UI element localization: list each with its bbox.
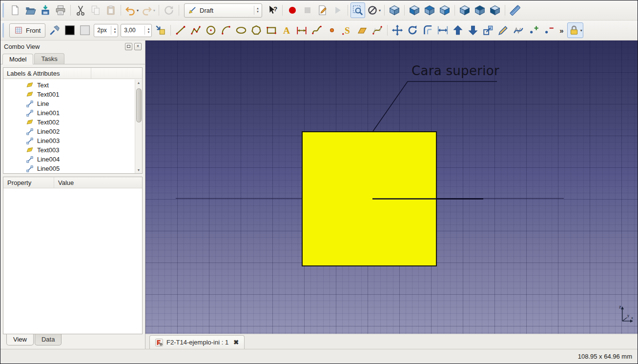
refresh-button[interactable] xyxy=(162,2,176,18)
view-left-button[interactable] xyxy=(488,2,502,18)
face-color-swatch-button[interactable] xyxy=(78,22,92,38)
tree-rows[interactable]: TextText001LineLine001Text002Line002Line… xyxy=(3,79,142,173)
macro-record-button[interactable] xyxy=(285,2,300,18)
clipping-plane-button[interactable]: ▾ xyxy=(366,2,382,18)
macro-edit-button[interactable] xyxy=(315,2,330,18)
axis-y-label: y xyxy=(627,313,629,318)
draft-trimex-button[interactable] xyxy=(435,22,450,38)
box-zoom-button[interactable] xyxy=(350,2,365,18)
view-front-button[interactable] xyxy=(407,2,422,18)
toolbar-handle[interactable] xyxy=(2,3,6,18)
toolbar-separator xyxy=(157,3,161,18)
tree-scrollbar[interactable]: ▲ ▼ xyxy=(135,80,142,173)
draft-upgrade-button[interactable] xyxy=(451,22,465,38)
draft-polyline-button[interactable] xyxy=(188,22,203,38)
draft-delete-point-button[interactable] xyxy=(541,22,556,38)
working-plane-button[interactable]: Front xyxy=(9,23,45,38)
tree-item[interactable]: Line xyxy=(3,99,142,108)
draft-arc-button[interactable] xyxy=(219,22,233,38)
dropdown-caret-icon: ▾ xyxy=(580,28,582,33)
spinner-arrows-icon[interactable]: ▲▼ xyxy=(254,6,259,15)
draft-text-obj-icon xyxy=(26,119,34,126)
draft-offset-button[interactable] xyxy=(420,22,435,38)
view-right-button[interactable] xyxy=(437,2,452,18)
draft-text-button[interactable]: A xyxy=(279,22,294,38)
tree-item[interactable]: Line003 xyxy=(3,136,142,145)
workbench-selector-value: Draft xyxy=(200,7,213,14)
measure-distance-button[interactable] xyxy=(508,2,522,18)
draft-edit-button[interactable] xyxy=(496,22,511,38)
save-document-button[interactable] xyxy=(38,2,53,18)
close-panel-button[interactable]: × xyxy=(134,43,142,50)
line-objects[interactable] xyxy=(145,40,638,334)
draft-polygon-button[interactable] xyxy=(249,22,264,38)
tree-item[interactable]: Line005 xyxy=(3,164,142,173)
float-panel-button[interactable] xyxy=(125,43,132,50)
view-top-button[interactable] xyxy=(422,2,437,18)
draft-point-button[interactable] xyxy=(325,22,339,38)
text-size-input[interactable]: 3,00▲▼ xyxy=(121,24,152,37)
paste-button[interactable] xyxy=(103,2,118,18)
tree-item[interactable]: Text001 xyxy=(3,90,142,99)
tab-model[interactable]: Model xyxy=(2,54,33,64)
copy-button[interactable] xyxy=(88,2,103,18)
document-tab[interactable]: F2-T14-ejemplo-ini : 1 ✖ xyxy=(149,335,245,349)
draft-shapestring-icon: S xyxy=(341,24,353,36)
toolbar-overflow-button[interactable]: » xyxy=(556,26,566,35)
tree-item[interactable]: Text xyxy=(3,81,142,90)
toolbar-handle[interactable] xyxy=(2,23,6,38)
macro-debug-button[interactable] xyxy=(330,2,345,18)
draft-rotate-button[interactable] xyxy=(405,22,420,38)
draft-scale-button[interactable] xyxy=(481,22,495,38)
new-document-button[interactable] xyxy=(8,2,22,18)
workbench-selector[interactable]: Draft▲▼ xyxy=(184,3,262,18)
undo-button[interactable]: ▾ xyxy=(123,2,140,18)
draft-line-button[interactable] xyxy=(173,22,188,38)
spinner-arrows-icon[interactable]: ▲▼ xyxy=(144,26,150,35)
scrollbar-thumb[interactable] xyxy=(136,88,142,122)
cut-button[interactable] xyxy=(73,2,88,18)
whats-this-button[interactable]: ? xyxy=(265,2,280,18)
draft-bezier-button[interactable] xyxy=(370,22,385,38)
view-bottom-button[interactable] xyxy=(473,2,487,18)
draft-dimension-button[interactable] xyxy=(294,22,309,38)
draft-line-obj-icon xyxy=(26,165,34,173)
tree-item[interactable]: Text003 xyxy=(3,145,142,155)
open-document-button[interactable] xyxy=(23,2,38,18)
draft-bezier-icon xyxy=(371,24,383,36)
annotation-text[interactable]: Cara superior xyxy=(412,63,499,78)
3d-viewport[interactable]: Cara superior z y x xyxy=(145,40,638,334)
draft-ellipse-button[interactable] xyxy=(234,22,248,38)
draft-circle-button[interactable] xyxy=(204,22,218,38)
snap-lock-button[interactable]: ▾ xyxy=(567,22,583,38)
draft-facebinder-button[interactable] xyxy=(355,22,370,38)
view-rear-button[interactable] xyxy=(457,2,472,18)
line-width-select[interactable]: 2px▲▼ xyxy=(94,24,118,37)
toggle-construction-mode-button[interactable] xyxy=(47,22,62,38)
draft-add-point-button[interactable] xyxy=(526,22,541,38)
tree-item[interactable]: Line002 xyxy=(3,127,142,136)
draft-shapestring-button[interactable]: S xyxy=(340,22,354,38)
tree-item[interactable]: Line001 xyxy=(3,108,142,118)
spinner-arrows-icon[interactable]: ▲▼ xyxy=(111,26,116,35)
tree-item[interactable]: Text002 xyxy=(3,118,142,127)
tab-data[interactable]: Data xyxy=(35,334,62,345)
draft-wire-to-bspline-button[interactable] xyxy=(511,22,526,38)
redo-button[interactable]: ▾ xyxy=(140,2,156,18)
macro-stop-button[interactable] xyxy=(300,2,315,18)
print-document-button[interactable] xyxy=(53,2,68,18)
draft-rectangle-button[interactable] xyxy=(264,22,279,38)
autogroup-button[interactable] xyxy=(153,22,168,38)
draft-line-obj-icon xyxy=(26,128,34,136)
tab-tasks[interactable]: Tasks xyxy=(34,53,64,64)
tree-item[interactable]: Line004 xyxy=(3,155,142,164)
draft-bspline-button[interactable] xyxy=(309,22,324,38)
draft-downgrade-button[interactable] xyxy=(466,22,480,38)
draft-move-button[interactable] xyxy=(390,22,405,38)
scroll-down-icon[interactable]: ▼ xyxy=(135,167,142,173)
scroll-up-icon[interactable]: ▲ xyxy=(135,80,142,86)
close-document-icon[interactable]: ✖ xyxy=(233,339,239,346)
view-axonometric-button[interactable] xyxy=(387,2,402,18)
line-color-swatch-button[interactable] xyxy=(62,22,77,38)
tab-view[interactable]: View xyxy=(6,334,34,345)
